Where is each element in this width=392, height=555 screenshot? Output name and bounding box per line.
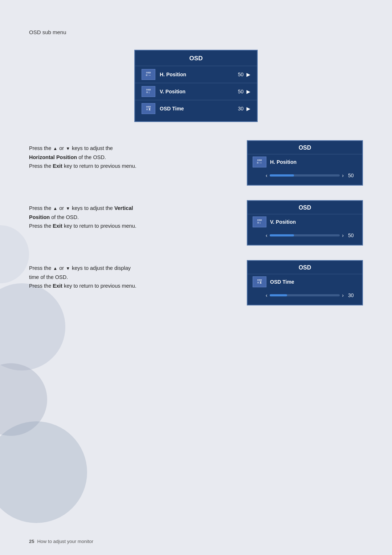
v-pos-exit-prefix: Press the	[29, 223, 53, 229]
h-pos-or: or	[59, 145, 65, 151]
osd-main-title: OSD	[135, 55, 257, 62]
osd-time-sub-menu: OSD OSD ≡⧗ OSD Time ‹	[247, 260, 363, 305]
v-down-arrow-icon: ▼	[66, 205, 70, 212]
v-position-sub-icon: OSD ≡↕	[253, 216, 266, 227]
h-pos-text-prefix: Press the	[29, 145, 51, 151]
time-text-middle: keys to adjust the display	[72, 265, 131, 271]
osd-h-position-row: OSD ≡↔ H. Position 50 ▶	[135, 66, 257, 83]
h-position-sub-label: H. Position	[270, 159, 357, 165]
osd-time-sub-label: OSD Time	[270, 279, 357, 285]
v-slider-right-arrow: ›	[342, 232, 344, 238]
h-pos-text-middle: keys to adjust the	[72, 145, 113, 151]
v-position-sub-menu-box: OSD OSD ≡↕ V. Position ‹	[247, 200, 363, 246]
footer-text: How to adjust your monitor	[37, 539, 93, 544]
h-position-description: Press the ▲ or ▼ keys to adjust the Hori…	[29, 140, 236, 171]
slider-left-arrow: ‹	[266, 173, 268, 178]
h-position-icon: OSD ≡↔	[142, 69, 155, 80]
h-pos-exit-prefix: Press the	[29, 163, 53, 169]
v-pos-exit-suffix: key to return to previous menu.	[62, 223, 136, 229]
osd-time-slider-fill	[270, 294, 287, 296]
time-or: or	[59, 265, 65, 271]
v-position-slider-row: ‹ › 50	[248, 230, 362, 240]
osd-main-menu: OSD OSD ≡↔ H. Position 50 ▶ OSD	[134, 50, 258, 122]
osd-time-slider	[270, 294, 340, 296]
osd-v-position-row: OSD ≡↕ V. Position 50 ▶	[135, 83, 257, 100]
osd-time-icon: OSD ≡⧗	[142, 103, 155, 114]
section-osd-time: Press the ▲ or ▼ keys to adjust the disp…	[29, 260, 363, 305]
time-down-arrow-icon: ▼	[66, 265, 70, 272]
section-h-position: Press the ▲ or ▼ keys to adjust the Hori…	[29, 140, 363, 186]
v-position-icon: OSD ≡↕	[142, 86, 155, 97]
h-position-value: 50	[238, 72, 244, 77]
h-pos-bold: Horizontal Position	[29, 154, 77, 160]
h-position-slider	[270, 174, 340, 177]
v-pos-bold: Vertical	[114, 205, 133, 211]
time-exit-prefix: Press the	[29, 283, 53, 289]
v-pos-text-middle: keys to adjust the	[72, 205, 114, 211]
h-position-slider-fill	[270, 174, 294, 177]
osd-time-slider-value: 30	[348, 292, 357, 298]
time-slider-right-arrow: ›	[342, 292, 344, 298]
v-pos-exit-bold: Exit	[53, 223, 62, 229]
time-text-prefix: Press the	[29, 265, 51, 271]
v-position-sub-menu: OSD OSD ≡↕ V. Position ‹	[247, 200, 363, 246]
v-position-label: V. Position	[160, 89, 238, 94]
v-position-sub-title: OSD	[248, 204, 362, 211]
osd-time-slider-row: ‹ › 30	[248, 289, 362, 300]
h-pos-exit-bold: Exit	[53, 163, 62, 169]
h-position-sub-title: OSD	[248, 145, 362, 151]
slider-right-arrow: ›	[342, 173, 344, 178]
page-title: OSD sub menu	[29, 29, 363, 35]
time-up-arrow-icon: ▲	[53, 265, 57, 272]
h-position-sub-icon: OSD ≡↔	[253, 157, 266, 167]
v-pos-text-prefix: Press the	[29, 205, 51, 211]
time-slider-left-arrow: ‹	[266, 292, 268, 298]
v-up-arrow-icon: ▲	[53, 205, 57, 212]
footer: 25 How to adjust your monitor	[29, 539, 93, 544]
h-position-sub-menu-box: OSD OSD ≡↔ H. Position ‹	[247, 140, 363, 186]
time-exit-suffix: key to return to previous menu.	[62, 283, 136, 289]
up-arrow-icon: ▲	[53, 145, 57, 152]
v-position-arrow: ▶	[246, 89, 250, 94]
v-pos-text-suffix: of the OSD.	[51, 214, 79, 220]
v-position-description: Press the ▲ or ▼ keys to adjust the Vert…	[29, 200, 236, 231]
h-position-label: H. Position	[160, 72, 238, 77]
osd-time-value: 30	[238, 106, 244, 112]
v-position-sub-row: OSD ≡↕ V. Position	[248, 214, 362, 230]
v-position-slider-fill	[270, 234, 294, 236]
h-position-sub-row: OSD ≡↔ H. Position	[248, 154, 362, 170]
v-pos-bold2: Position	[29, 214, 50, 220]
time-text-line2: time of the OSD.	[29, 274, 68, 280]
h-pos-exit-suffix: key to return to previous menu.	[62, 163, 136, 169]
down-arrow-icon: ▼	[66, 145, 70, 152]
section-v-position: Press the ▲ or ▼ keys to adjust the Vert…	[29, 200, 363, 246]
v-position-sub-label: V. Position	[270, 219, 357, 225]
footer-page-number: 25	[29, 539, 34, 544]
svg-point-2	[0, 421, 87, 523]
v-position-slider	[270, 234, 340, 236]
v-slider-left-arrow: ‹	[266, 232, 268, 238]
osd-time-arrow: ▶	[246, 106, 250, 112]
h-pos-text-suffix: of the OSD.	[78, 154, 106, 160]
h-position-sub-menu: OSD OSD ≡↔ H. Position ‹	[247, 140, 363, 186]
osd-time-sub-title: OSD	[248, 264, 362, 271]
v-pos-or: or	[59, 205, 65, 211]
svg-point-1	[0, 363, 47, 436]
v-position-slider-value: 50	[348, 232, 357, 238]
osd-time-description: Press the ▲ or ▼ keys to adjust the disp…	[29, 260, 236, 291]
v-position-value: 50	[238, 89, 244, 94]
osd-time-sub-icon: OSD ≡⧗	[253, 276, 266, 287]
osd-time-label: OSD Time	[160, 106, 238, 112]
osd-time-row: OSD ≡⧗ OSD Time 30 ▶	[135, 100, 257, 117]
time-exit-bold: Exit	[53, 283, 62, 289]
h-position-slider-row: ‹ › 50	[248, 170, 362, 180]
h-position-slider-value: 50	[348, 173, 357, 178]
osd-time-sub-menu-box: OSD OSD ≡⧗ OSD Time ‹	[247, 260, 363, 305]
osd-time-sub-row: OSD ≡⧗ OSD Time	[248, 274, 362, 289]
h-position-arrow: ▶	[246, 72, 250, 77]
